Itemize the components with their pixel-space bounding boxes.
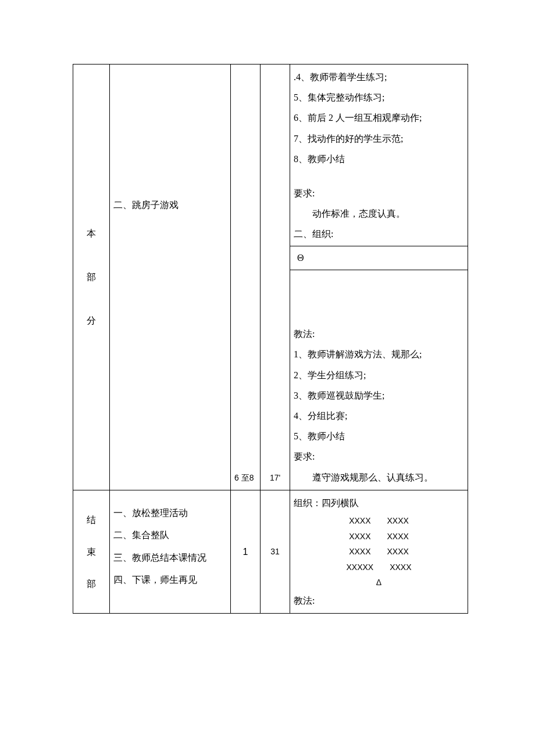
requirement-label: 要求: — [294, 183, 464, 203]
document-page: 本 部 分 二、跳房子游戏 6 至8 17' .4、教师带着学生练习; 5、集体… — [0, 0, 535, 648]
detail-line: .4、教师带着学生练习; — [294, 67, 464, 87]
count-cell: 1 — [231, 490, 261, 613]
time-value: 17' — [270, 473, 280, 482]
content-cell: 二、跳房子游戏 — [110, 65, 231, 490]
formation-diagram: XXXX XXXX XXXX XXXX XXXX XXXX XXXXX XXXX… — [294, 513, 464, 590]
count-value: 1 — [243, 547, 248, 557]
content-item: 二、集合整队 — [113, 524, 227, 546]
detail-line: 7、找动作的好的学生示范; — [294, 128, 464, 149]
detail-line: 5、集体完整动作练习; — [294, 87, 464, 108]
method-line: 4、分组比赛; — [294, 406, 464, 426]
content-item: 一、放松整理活动 — [113, 502, 227, 524]
time-cell: 17' — [261, 65, 290, 490]
formation-row: XXXX XXXX — [294, 513, 464, 529]
section-label-cell: 结 束 部 — [73, 490, 110, 613]
formation-row: XXXXX XXXX — [294, 560, 464, 575]
section-vertical-text: 本 部 分 — [77, 223, 106, 331]
method-label: 教法: — [294, 590, 464, 611]
formation-row: XXXX XXXX — [294, 544, 464, 560]
method-line: 1、教师讲解游戏方法、规那么; — [294, 344, 464, 364]
content-item: 四、下课，师生再见 — [113, 569, 227, 591]
count-value: 6 至8 — [234, 473, 254, 482]
content-item: 三、教师总结本课情况 — [113, 547, 227, 569]
time-value: 31 — [270, 547, 280, 556]
time-cell: 31 — [261, 490, 290, 613]
detail-line: 6、前后 2 人一组互相观摩动作; — [294, 108, 464, 128]
table-row: 本 部 分 二、跳房子游戏 6 至8 17' .4、教师带着学生练习; 5、集体… — [73, 65, 468, 490]
count-cell: 6 至8 — [231, 65, 261, 490]
section-label-cell: 本 部 分 — [73, 65, 110, 490]
section-char: 部 — [77, 267, 106, 287]
table-row: 结 束 部 一、放松整理活动 二、集合整队 三、教师总结本课情况 四、下课，师生… — [73, 490, 468, 613]
section-char: 束 — [77, 542, 106, 562]
method-label: 教法: — [294, 324, 464, 344]
section-vertical-text: 结 束 部 — [77, 510, 106, 594]
method-line: 2、学生分组练习; — [294, 365, 464, 385]
detail-line: 8、教师小结 — [294, 149, 464, 169]
organization-diagram: Θ — [290, 246, 468, 271]
detail-cell: .4、教师带着学生练习; 5、集体完整动作练习; 6、前后 2 人一组互相观摩动… — [290, 65, 468, 490]
section-char: 本 — [77, 223, 106, 243]
content-item: 二、跳房子游戏 — [113, 195, 227, 215]
organization-label: 组织：四列横队 — [294, 493, 464, 513]
method-line: 5、教师小结 — [294, 426, 464, 446]
formation-row: XXXX XXXX — [294, 529, 464, 544]
detail-cell: 组织：四列横队 XXXX XXXX XXXX XXXX XXXX XXXX XX… — [290, 490, 468, 613]
section-char: 结 — [77, 510, 106, 530]
requirement-text: 动作标准，态度认真。 — [294, 203, 464, 224]
triangle-symbol: Δ — [294, 575, 464, 590]
section-char: 分 — [77, 310, 106, 331]
lesson-plan-table: 本 部 分 二、跳房子游戏 6 至8 17' .4、教师带着学生练习; 5、集体… — [73, 64, 468, 614]
section-char: 部 — [77, 574, 106, 594]
method-line: 3、教师巡视鼓励学生; — [294, 385, 464, 406]
content-cell: 一、放松整理活动 二、集合整队 三、教师总结本课情况 四、下课，师生再见 — [110, 490, 231, 613]
requirement-text: 遵守游戏规那么、认真练习。 — [294, 467, 464, 488]
theta-symbol: Θ — [297, 253, 304, 263]
organization-label: 二、组织: — [294, 224, 464, 244]
requirement-label: 要求: — [294, 446, 464, 467]
